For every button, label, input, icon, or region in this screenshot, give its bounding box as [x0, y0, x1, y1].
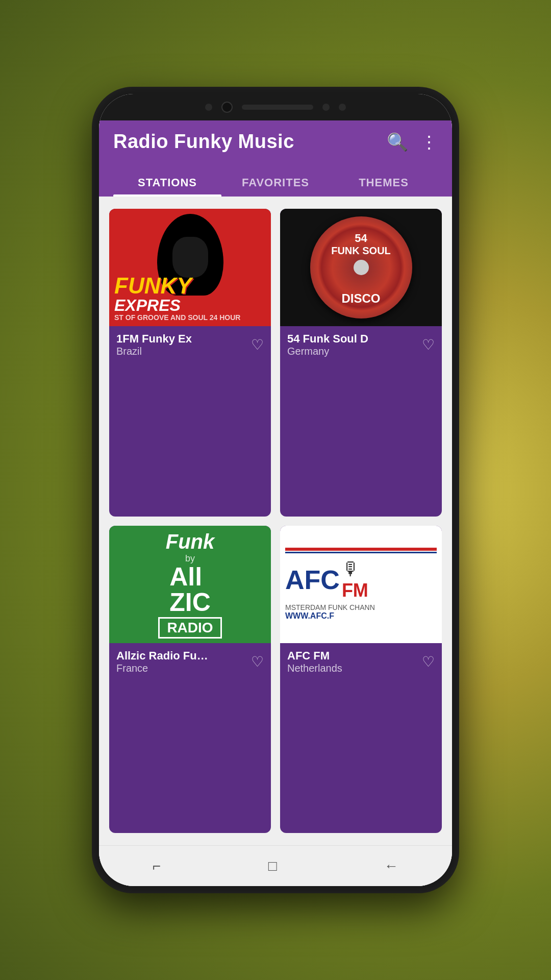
camera-bar	[99, 94, 452, 120]
phone-frame: Radio Funky Music 🔍 ⋮ STATIONS FAVORITES…	[92, 87, 459, 893]
station-country-1fm: Brazil	[116, 346, 251, 357]
tab-themes[interactable]: THEMES	[330, 168, 438, 197]
station-card-afcfm[interactable]: AFC 🎙 FM MSTERDAM FUNK CHANN WWW.AFC.F	[280, 526, 442, 834]
express-text: EXPRES	[114, 297, 266, 313]
afc-stripe-blue	[285, 552, 437, 553]
app-title: Radio Funky Music	[113, 131, 294, 153]
afc-logo-row: AFC 🎙 FM	[285, 558, 368, 601]
station-card-allzic[interactable]: Funk by AllZIC RADIO Allzic Radio Funk F…	[109, 526, 271, 834]
afc-subtitle: MSTERDAM FUNK CHANN	[285, 603, 375, 611]
station-country-afcfm: Netherlands	[287, 663, 422, 674]
recents-button[interactable]: ⌐	[137, 853, 176, 879]
afc-container: AFC 🎙 FM MSTERDAM FUNK CHANN WWW.AFC.F	[285, 548, 437, 621]
station-text-54funk: 54 Funk Soul D Germany	[287, 332, 422, 357]
station-name-54funk: 54 Funk Soul D	[287, 332, 379, 346]
home-button[interactable]: □	[253, 853, 292, 879]
station-image-1fm: FUNKY EXPRES ST OF GROOVE AND SOUL 24 HO…	[109, 209, 271, 326]
back-button[interactable]: ←	[369, 853, 414, 879]
station-name-1fm: 1FM Funky Ex	[116, 332, 208, 346]
camera-dot-left	[205, 104, 212, 111]
vinyl-center	[354, 260, 369, 275]
station-image-54funk: 54 FUNK SOUL DISCO	[280, 209, 442, 326]
funky-text: FUNKY	[114, 275, 266, 297]
camera-dot-right	[322, 104, 330, 111]
vinyl-54: 54	[331, 232, 391, 245]
allzic-main-text: AllZIC	[169, 564, 211, 615]
favorite-btn-1fm[interactable]: ♡	[251, 336, 264, 353]
nav-bar: ⌐ □ ←	[99, 845, 452, 886]
favorite-btn-afcfm[interactable]: ♡	[422, 653, 435, 670]
vinyl-disco: DISCO	[341, 291, 380, 306]
station-info-54funk: 54 Funk Soul D Germany ♡	[280, 326, 442, 363]
favorite-btn-54funk[interactable]: ♡	[422, 336, 435, 353]
tab-stations[interactable]: STATIONS	[113, 168, 221, 197]
search-icon[interactable]: 🔍	[387, 132, 408, 152]
tab-bar: STATIONS FAVORITES THEMES	[113, 168, 438, 197]
subtitle-text: ST OF GROOVE AND SOUL 24 HOUR	[114, 313, 266, 322]
favorite-btn-allzic[interactable]: ♡	[251, 653, 264, 670]
station-name-allzic: Allzic Radio Funk	[116, 649, 208, 663]
funky-label: FUNKY EXPRES ST OF GROOVE AND SOUL 24 HO…	[109, 271, 271, 326]
vinyl-text: 54 FUNK SOUL	[331, 232, 391, 257]
allzic-radio-text: RADIO	[158, 617, 221, 639]
afc-fm-text: FM	[342, 580, 368, 601]
station-image-allzic: Funk by AllZIC RADIO	[109, 526, 271, 643]
app-header: Radio Funky Music 🔍 ⋮ STATIONS FAVORITES…	[99, 120, 452, 197]
station-text-1fm: 1FM Funky Ex Brazil	[116, 332, 251, 357]
afc-stripe-red	[285, 548, 437, 551]
more-menu-icon[interactable]: ⋮	[420, 132, 438, 152]
app-screen: Radio Funky Music 🔍 ⋮ STATIONS FAVORITES…	[99, 120, 452, 886]
header-icons: 🔍 ⋮	[387, 132, 438, 152]
vinyl-funk: FUNK SOUL	[331, 245, 391, 257]
station-info-1fm: 1FM Funky Ex Brazil ♡	[109, 326, 271, 363]
stations-grid: FUNKY EXPRES ST OF GROOVE AND SOUL 24 HO…	[99, 197, 452, 845]
phone-screen: Radio Funky Music 🔍 ⋮ STATIONS FAVORITES…	[99, 94, 452, 886]
speaker-grille	[242, 105, 313, 110]
station-card-54funk[interactable]: 54 FUNK SOUL DISCO 54 Funk Soul D German…	[280, 209, 442, 517]
station-text-afcfm: AFC FM Netherlands	[287, 649, 422, 674]
station-info-allzic: Allzic Radio Funk France ♡	[109, 643, 271, 680]
station-image-afcfm: AFC 🎙 FM MSTERDAM FUNK CHANN WWW.AFC.F	[280, 526, 442, 643]
afc-fm-group: 🎙 FM	[342, 558, 368, 601]
camera-lens	[221, 102, 233, 113]
vinyl-record: 54 FUNK SOUL DISCO	[310, 216, 412, 318]
afc-mic-icon: 🎙	[342, 558, 360, 580]
afc-url: WWW.AFC.F	[285, 611, 334, 621]
station-name-afcfm: AFC FM	[287, 649, 379, 663]
sensor-dot	[339, 104, 346, 111]
allzic-funk-text: Funk	[166, 530, 215, 553]
afc-text: AFC	[285, 567, 340, 593]
station-card-1fm[interactable]: FUNKY EXPRES ST OF GROOVE AND SOUL 24 HO…	[109, 209, 271, 517]
station-text-allzic: Allzic Radio Funk France	[116, 649, 251, 674]
header-top: Radio Funky Music 🔍 ⋮	[113, 131, 438, 153]
station-country-allzic: France	[116, 663, 251, 674]
station-info-afcfm: AFC FM Netherlands ♡	[280, 643, 442, 680]
tab-favorites[interactable]: FAVORITES	[221, 168, 330, 197]
station-country-54funk: Germany	[287, 346, 422, 357]
